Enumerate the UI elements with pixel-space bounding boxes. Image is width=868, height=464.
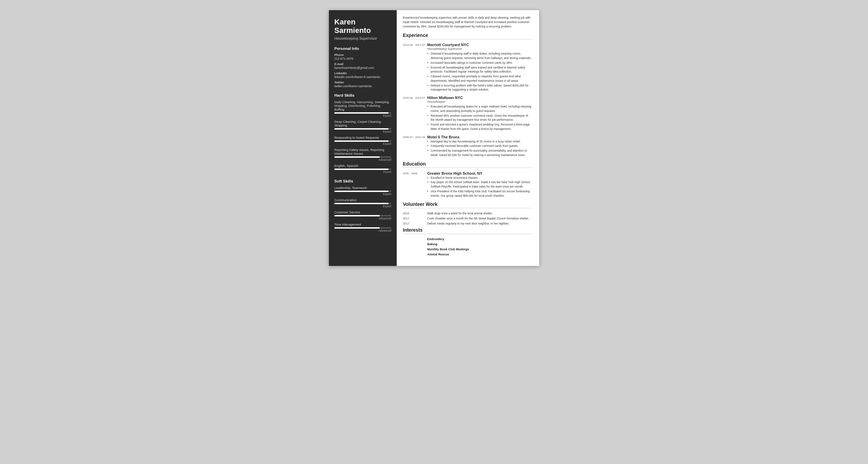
volunteer-list: 2016Walk dogs once a week for the local …	[403, 212, 532, 225]
contact-value: karenhsarmiento@gmail.com	[334, 66, 391, 70]
bullet-item: Frequently received favorable customer c…	[427, 144, 532, 148]
skill-bar-fill	[334, 156, 380, 158]
volunteer-year: 2016	[403, 212, 427, 215]
skill-bar	[334, 169, 391, 170]
volunteer-entry: 2016Walk dogs once a week for the local …	[403, 212, 532, 215]
entry-bullets: Managed day to day housekeeping of 25 ro…	[427, 139, 532, 157]
resume-wrapper: Karen Sarmiento Housekeeping Supervisor …	[329, 10, 539, 266]
skill-name: Deep Cleaning, Carpet Cleaning, Strippin…	[334, 120, 391, 127]
volunteer-entry: 2017Cook chowder once a month for the 5t…	[403, 217, 532, 220]
bullet-item: Excelled in home economics classes.	[427, 176, 532, 180]
edu-content: Greater Bronx High School, NYExcelled in…	[427, 171, 532, 198]
skill-bar-fill	[334, 112, 389, 114]
skill-bar-fill	[334, 140, 389, 142]
skill-bar	[334, 227, 391, 229]
bullet-item: Received 95% positive customer comment c…	[427, 114, 532, 122]
edu-bullets: Excelled in home economics classes.Key p…	[427, 176, 532, 198]
volunteer-text: Cook chowder once a month for the 5th St…	[427, 217, 532, 220]
experience-entry: 2009-07 - 2010-06Motel 6 The BronxManage…	[403, 135, 532, 158]
skill-bar-fill	[334, 215, 380, 216]
skill-bar-fill	[334, 203, 389, 204]
bullet-item: Found and returned a guest's misplaced w…	[427, 122, 532, 131]
bullet-item: Cleaned rooms, responded promptly to req…	[427, 74, 532, 83]
skill-level: Expert	[334, 130, 391, 133]
skill-bar-fill	[334, 191, 389, 192]
interest-item: Monthly Book Club Meetings	[403, 248, 532, 251]
skill-name: Time Management	[334, 223, 391, 226]
interest-item: Animal Rescue	[403, 253, 532, 256]
skill-bar	[334, 191, 391, 192]
entry-role: Housekeeper	[427, 100, 532, 103]
contact-label: Phone	[334, 53, 391, 57]
skill-bar	[334, 140, 391, 142]
bullet-item: Ensured all housekeeping staff were trai…	[427, 65, 532, 74]
education-section-title: Education	[403, 161, 532, 168]
contact-value: twitter.com/karen-sarmiento	[334, 84, 391, 88]
skill-level: Advanced	[334, 229, 391, 232]
interest-item: Embroidery	[403, 237, 532, 241]
experience-entry: 2010-09 - 2014-07Hilton Midtown NYCHouse…	[403, 96, 532, 132]
bullet-item: Noticed a recurring problem with the hot…	[427, 83, 532, 92]
skill-level: Expert	[334, 142, 391, 146]
skill-level: Expert	[334, 192, 391, 196]
volunteer-text: Walk dogs once a week for the local anim…	[427, 212, 532, 215]
entry-company: Marriott Courtyard NYC	[427, 43, 532, 47]
entry-dates: 2014-08 - 2017-07	[403, 43, 427, 92]
entry-company: Hilton Midtown NYC	[427, 96, 532, 100]
entry-content: Marriott Courtyard NYCHousekeeping Super…	[427, 43, 532, 92]
edu-school: Greater Bronx High School, NY	[427, 171, 532, 175]
skill-bar	[334, 215, 391, 216]
contact-label: LinkedIn	[334, 72, 391, 75]
contacts-list: Phone212-671-2976E-mailkarenhsarmiento@g…	[334, 53, 391, 88]
entry-content: Motel 6 The BronxManaged day to day hous…	[427, 135, 532, 158]
interest-item: Baking	[403, 243, 532, 246]
hard-skills-title: Hard Skills	[334, 93, 391, 97]
sidebar: Karen Sarmiento Housekeeping Supervisor …	[329, 10, 397, 266]
skill-bar	[334, 203, 391, 204]
bullet-item: Key player on the school softball team. …	[427, 180, 532, 189]
skill-name: English, Spanish	[334, 164, 391, 168]
entry-bullets: Executed all housekeeping duties for a m…	[427, 104, 532, 131]
volunteer-entry: 2017Deliver meals regularly to my next d…	[403, 222, 532, 225]
skill-name: Daily Cleaning, Vacuuming, Sweeping, Mop…	[334, 100, 391, 111]
summary-text: Experienced housekeeping supervisor with…	[403, 16, 532, 28]
skill-name: Reporting Safety Issues, Reporting Maint…	[334, 148, 391, 155]
volunteer-section-title: Volunteer Work	[403, 201, 532, 208]
contact-label: E-mail	[334, 62, 391, 66]
skill-name: Responding to Guest Requests	[334, 136, 391, 139]
personal-info-title: Personal Info	[334, 46, 391, 51]
main-content: Experienced housekeeping supervisor with…	[397, 10, 539, 266]
entry-dates: 2010-09 - 2014-07	[403, 96, 427, 132]
entry-role: Housekeeping Supervisor	[427, 47, 532, 51]
volunteer-year: 2017	[403, 222, 427, 225]
soft-skills-list: Leadership, TeamworkExpertCommunicationE…	[334, 186, 391, 232]
contact-label: Twitter	[334, 81, 391, 84]
entry-bullets: Directed 6 housekeeping staff in daily d…	[427, 52, 532, 92]
skill-level: Advanced	[334, 217, 391, 220]
skill-bar	[334, 156, 391, 158]
entry-company: Motel 6 The Bronx	[427, 135, 532, 139]
bullet-item: Increased favorable ratings in customer …	[427, 61, 532, 65]
entry-content: Hilton Midtown NYCHousekeeperExecuted al…	[427, 96, 532, 132]
skill-bar-fill	[334, 169, 389, 170]
bullet-item: Executed all housekeeping duties for a m…	[427, 104, 532, 113]
education-entry: 2005 - 2009Greater Bronx High School, NY…	[403, 171, 532, 198]
experience-list: 2014-08 - 2017-07Marriott Courtyard NYCH…	[403, 43, 532, 157]
education-list: 2005 - 2009Greater Bronx High School, NY…	[403, 171, 532, 198]
soft-skills-title: Soft Skills	[334, 179, 391, 183]
edu-dates: 2005 - 2009	[403, 171, 427, 198]
skill-name: Customer Service	[334, 210, 391, 214]
contact-value: linkedin.com/in/karen-h-sarmiento	[334, 75, 391, 79]
skill-level: Expert	[334, 205, 391, 208]
interests-list: EmbroideryBakingMonthly Book Club Meetin…	[403, 237, 532, 256]
skill-bar	[334, 128, 391, 130]
skill-bar-fill	[334, 227, 380, 229]
contact-value: 212-671-2976	[334, 57, 391, 60]
experience-entry: 2014-08 - 2017-07Marriott Courtyard NYCH…	[403, 43, 532, 92]
hard-skills-section: Hard Skills Daily Cleaning, Vacuuming, S…	[334, 93, 391, 174]
bullet-item: Commended by management for punctuality,…	[427, 149, 532, 157]
skill-name: Leadership, Teamwork	[334, 186, 391, 190]
bullet-item: Vice President of the Kids Helping Kids …	[427, 189, 532, 198]
skill-bar-fill	[334, 128, 389, 130]
bullet-item: Directed 6 housekeeping staff in daily d…	[427, 52, 532, 60]
